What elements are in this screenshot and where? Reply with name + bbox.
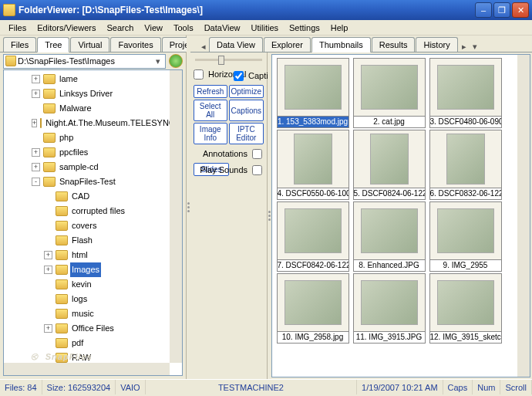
left-tab-tree[interactable]: Tree [37,37,69,52]
expand-icon: + [44,207,52,215]
horizontal-checkbox[interactable] [194,69,204,80]
thumbnail-item[interactable]: 8. Enhanced.JPG [352,201,426,272]
menu-editorsviewers[interactable]: Editors/Viewers [32,22,101,34]
optimize-button[interactable]: Optimize [229,85,264,98]
menu-search[interactable]: Search [101,22,139,34]
tree-item[interactable]: +corrupted files [7,204,180,218]
thumbnail-item[interactable]: 12. IMG_3915_sketch.JPG [428,273,503,344]
go-button[interactable] [169,54,183,68]
tree-item[interactable]: +music [7,306,180,321]
thumbnail-item[interactable]: 2. cat.jpg [352,58,426,128]
tree-item[interactable]: +lame [7,72,180,86]
imageinfo-button[interactable]: Image Info [194,123,227,144]
tree-item[interactable]: +Images [7,262,180,277]
tree-label: pdf [70,336,85,350]
thumbnail-item[interactable]: 9. IMG_2955 [428,201,503,272]
tree-hscroll[interactable] [4,363,170,375]
collapse-icon[interactable]: - [32,178,40,186]
close-button[interactable]: ✕ [512,2,529,18]
chevron-down-icon[interactable]: ▾ [153,56,163,66]
tree-item[interactable]: -SnapFiles-Test [7,174,180,189]
annotations-checkbox[interactable] [252,149,262,159]
folder-icon [56,235,68,245]
right-tabstrip: ◂ Data ViewExplorerThumbnailsResultsHist… [190,36,532,52]
menu-view[interactable]: View [139,22,168,34]
playsounds-checkbox[interactable] [252,165,262,175]
tree-item[interactable]: +Flash [7,233,180,248]
menu-utilities[interactable]: Utilities [246,22,284,34]
thumbnail-item[interactable]: 11. IMG_3915.JPG [352,273,426,344]
status-caps: Caps [443,380,473,394]
expand-icon[interactable]: + [32,119,37,127]
selectall-button[interactable]: Select All [194,100,227,121]
folder-tree[interactable]: +lame+Linksys Driver+Malware+Night.At.Th… [3,69,183,376]
tree-item[interactable]: +sample-cd [7,160,180,174]
tree-item[interactable]: +Linksys Driver [7,86,180,101]
status-scroll: Scroll [500,380,532,394]
thumbnail-item[interactable]: 10. IMG_2958.jpg [275,273,350,344]
expand-icon[interactable]: + [44,266,52,274]
thumb-vscroll[interactable] [517,55,530,377]
tree-item[interactable]: +Malware [7,101,180,116]
expand-icon[interactable]: + [32,148,40,157]
expand-icon[interactable]: + [32,75,40,83]
expand-icon: + [44,339,52,347]
right-tab-thumbnails[interactable]: Thumbnails [311,37,371,52]
menu-help[interactable]: Help [325,22,354,34]
iptc-button[interactable]: IPTC Editor [229,123,264,144]
status-files: Files: 84 [0,380,42,394]
thumbnail-image [429,58,502,117]
tree-item[interactable]: +ppcfiles [7,145,180,160]
menu-files[interactable]: Files [3,22,32,34]
thumb-size-slider[interactable] [190,52,267,66]
expand-icon[interactable]: + [44,324,52,333]
left-tab-files[interactable]: Files [3,37,36,52]
tree-item[interactable]: +Night.At.The.Museum.TELESYNC.SVCD-C [7,116,180,130]
menu-tools[interactable]: Tools [168,22,199,34]
tree-item[interactable]: +covers [7,218,180,233]
thumbnail-item[interactable]: 7. DSCF0842-06-1227.JPG [275,201,350,272]
thumbnail-item[interactable]: 6. DSCF0832-06-1227.JPG [428,130,503,200]
captions-button[interactable]: Captions [229,100,264,121]
expand-icon[interactable]: + [44,251,52,259]
tree-vscroll[interactable] [170,70,182,363]
path-text: D:\SnapFiles-Test\Images [18,56,153,66]
tree-item[interactable]: +html [7,248,180,262]
expand-icon[interactable]: + [32,163,40,171]
tree-item[interactable]: +php [7,130,180,145]
thumbnail-image [353,130,426,188]
thumbnail-item[interactable]: 5. DSCF0824-06-1227.JPG [352,130,426,200]
folder-icon [43,147,56,157]
tree-label: lame [58,72,79,86]
tree-item[interactable]: +Office Files [7,321,180,336]
tab-list-icon[interactable]: ▾ [470,42,480,52]
right-tab-dataview[interactable]: Data View [209,37,263,52]
tree-item[interactable]: +CAD [7,189,180,204]
path-combo[interactable]: D:\SnapFiles-Test\Images ▾ [3,54,166,69]
right-tab-results[interactable]: Results [372,37,416,52]
thumbnail-area[interactable]: 1. 153_5383mod.jpg2. cat.jpg3. DSCF0480-… [271,54,530,377]
left-tab-virtual[interactable]: Virtual [70,37,109,52]
captions-checkbox[interactable] [234,71,244,81]
menu-settings[interactable]: Settings [284,22,325,34]
thumbnail-item[interactable]: 4. DSCF0550-06-1001.JPG [275,130,350,200]
thumbnail-item[interactable]: 1. 153_5383mod.jpg [275,58,350,128]
tab-prev-icon[interactable]: ◂ [198,42,209,52]
thumbnail-item[interactable]: 3. DSCF0480-06-0903.JPG [428,58,503,128]
left-tab-favorites[interactable]: Favorites [110,37,160,52]
menu-dataview[interactable]: DataView [199,22,246,34]
thumbnail-image [277,273,349,332]
path-row: D:\SnapFiles-Test\Images ▾ [0,52,186,69]
tree-item[interactable]: +kevin [7,277,180,292]
folder-icon [56,309,68,319]
right-tab-history[interactable]: History [416,37,457,52]
minimize-button[interactable]: – [475,2,492,18]
refresh-button[interactable]: Refresh [194,85,227,98]
tree-item[interactable]: +pdf [7,336,180,350]
expand-icon[interactable]: + [32,90,40,98]
thumbnail-caption: 8. Enhanced.JPG [353,260,426,272]
tree-item[interactable]: +logs [7,292,180,306]
maximize-button[interactable]: ❐ [493,2,510,18]
tab-next-icon[interactable]: ▸ [459,42,470,52]
right-tab-explorer[interactable]: Explorer [264,37,311,52]
